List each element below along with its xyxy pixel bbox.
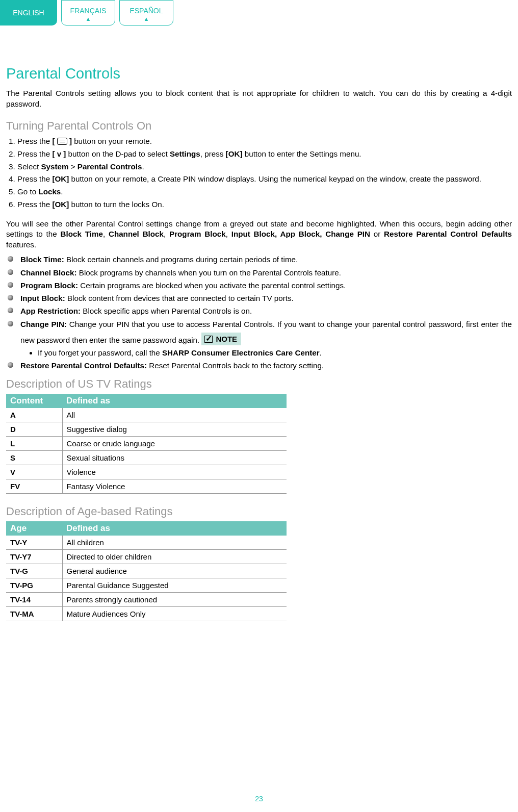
table-row: LCoarse or crude language — [6, 436, 287, 450]
list-item: App Restriction: Block specific apps whe… — [6, 306, 512, 316]
tab-label: ENGLISH — [13, 9, 44, 17]
table-header: Defined as — [62, 394, 287, 408]
table-row: SSexual situations — [6, 450, 287, 465]
table-row: TV-Y7Directed to older children — [6, 549, 287, 564]
us-ratings-table: Content Defined as AAllDSuggestive dialo… — [6, 394, 287, 494]
table-cell: S — [6, 450, 62, 465]
table-cell: L — [6, 436, 62, 450]
step-6: Press the [OK] button to turn the locks … — [17, 199, 512, 211]
table-cell: All children — [62, 536, 287, 550]
table-cell: Violence — [62, 465, 287, 479]
table-cell: Fantasy Violence — [62, 479, 287, 493]
remote-button-icon — [57, 138, 67, 145]
tab-espanol[interactable]: ESPAÑOL ▲ — [119, 0, 173, 26]
note-item: If you forget your password, call the SH… — [38, 347, 512, 358]
table-cell: FV — [6, 479, 62, 493]
table2-body: TV-YAll childrenTV-Y7Directed to older c… — [6, 536, 287, 621]
tab-francais[interactable]: FRANÇAIS ▲ — [61, 0, 115, 26]
table-cell: TV-Y7 — [6, 549, 62, 564]
table-row: TV-GGeneral audience — [6, 564, 287, 578]
list-item: Restore Parental Control Defaults: Reset… — [6, 360, 512, 371]
table-cell: General audience — [62, 564, 287, 578]
section-heading: Description of US TV Ratings — [6, 377, 512, 391]
feature-list: Block Time: Block certain channels and p… — [6, 254, 512, 371]
section-heading: Turning Parental Controls On — [6, 119, 512, 133]
note-list: If you forget your password, call the SH… — [20, 347, 512, 358]
page-number: 23 — [0, 795, 518, 803]
list-item: Input Block: Block content from devices … — [6, 293, 512, 303]
page-title: Parental Controls — [6, 65, 512, 82]
table-cell: TV-MA — [6, 606, 62, 621]
list-item: Block Time: Block certain channels and p… — [6, 254, 512, 265]
step-5: Go to Locks. — [17, 186, 512, 198]
table-cell: D — [6, 422, 62, 436]
section-heading: Description of Age-based Ratings — [6, 505, 512, 518]
after-steps-paragraph: You will see the other Parental Control … — [6, 219, 512, 250]
table-cell: TV-14 — [6, 592, 62, 606]
note-badge: NOTE — [201, 333, 241, 345]
table-cell: Coarse or crude language — [62, 436, 287, 450]
table-row: TV-MAMature Audiences Only — [6, 606, 287, 621]
step-1: Press the [ ] button on your remote. — [17, 136, 512, 147]
table-row: AAll — [6, 408, 287, 422]
step-3: Select System > Parental Controls. — [17, 161, 512, 173]
table-header: Defined as — [62, 521, 287, 536]
table-header: Content — [6, 394, 62, 408]
table-cell: Suggestive dialog — [62, 422, 287, 436]
table-row: TV-PGParental Guidance Suggested — [6, 578, 287, 592]
step-2: Press the [ v ] button on the D-pad to s… — [17, 148, 512, 160]
list-item: Change PIN: Change your PIN that you use… — [6, 319, 512, 359]
note-label: NOTE — [216, 334, 237, 344]
steps-list: Press the [ ] button on your remote. Pre… — [6, 136, 512, 211]
table1-body: AAllDSuggestive dialogLCoarse or crude l… — [6, 408, 287, 494]
table-header: Age — [6, 521, 62, 536]
list-item: Program Block: Certain programs are bloc… — [6, 280, 512, 291]
table-row: FVFantasy Violence — [6, 479, 287, 493]
step-4: Press the [OK] button on your remote, a … — [17, 173, 512, 185]
table-cell: A — [6, 408, 62, 422]
table-row: TV-YAll children — [6, 536, 287, 550]
table-cell: All — [62, 408, 287, 422]
tab-label: ESPAÑOL — [130, 7, 163, 15]
page-content: Parental Controls The Parental Controls … — [0, 26, 518, 621]
table-row: DSuggestive dialog — [6, 422, 287, 436]
table-cell: TV-G — [6, 564, 62, 578]
table-cell: Directed to older children — [62, 549, 287, 564]
table-row: VViolence — [6, 465, 287, 479]
table-cell: TV-PG — [6, 578, 62, 592]
table-cell: TV-Y — [6, 536, 62, 550]
intro-paragraph: The Parental Controls setting allows you… — [6, 88, 512, 109]
table-cell: Mature Audiences Only — [62, 606, 287, 621]
language-tabs: ENGLISH FRANÇAIS ▲ ESPAÑOL ▲ — [0, 0, 518, 26]
age-ratings-table: Age Defined as TV-YAll childrenTV-Y7Dire… — [6, 521, 287, 621]
table-cell: Sexual situations — [62, 450, 287, 465]
table-row: TV-14Parents strongly cautioned — [6, 592, 287, 606]
table-cell: Parents strongly cautioned — [62, 592, 287, 606]
table-cell: V — [6, 465, 62, 479]
list-item: Channel Block: Block programs by channel… — [6, 267, 512, 278]
tab-english[interactable]: ENGLISH — [0, 0, 57, 26]
checkmark-icon — [204, 336, 213, 343]
chevron-up-icon: ▲ — [86, 16, 91, 22]
chevron-up-icon: ▲ — [144, 16, 149, 22]
table-cell: Parental Guidance Suggested — [62, 578, 287, 592]
tab-label: FRANÇAIS — [70, 7, 107, 15]
